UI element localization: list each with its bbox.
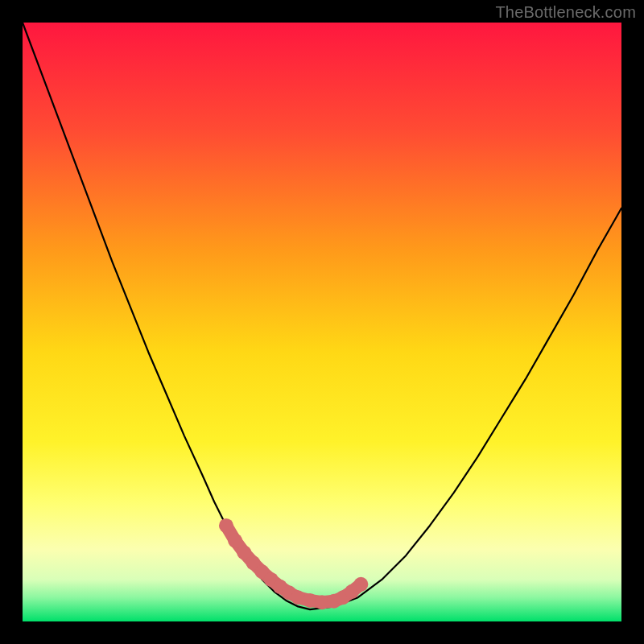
gradient-background xyxy=(23,23,621,621)
optimal-marker xyxy=(219,518,233,533)
watermark-text: TheBottleneck.com xyxy=(495,3,636,22)
optimal-marker xyxy=(228,534,242,548)
chart-frame: TheBottleneck.com xyxy=(0,0,644,644)
optimal-marker xyxy=(353,577,368,592)
bottleneck-chart xyxy=(23,23,621,621)
